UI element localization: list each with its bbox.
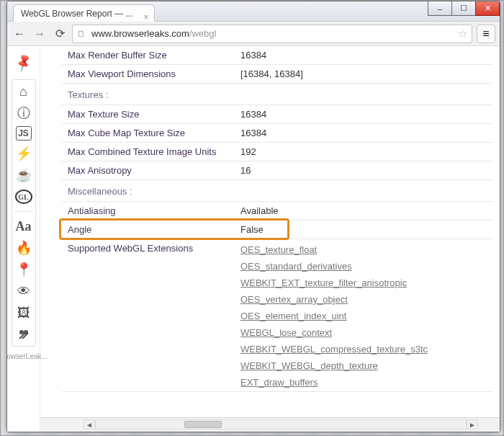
property-value: OES_texture_floatOES_standard_derivative… xyxy=(235,239,492,392)
extension-link[interactable]: OES_texture_float xyxy=(240,244,487,255)
table-row: AntialiasingAvailable xyxy=(62,202,492,221)
horizontal-scrollbar[interactable]: ◄ ► xyxy=(84,419,478,430)
java-icon[interactable]: ☕ xyxy=(14,166,34,184)
image-icon[interactable]: 🖼 xyxy=(14,304,34,321)
extension-link[interactable]: EXT_draw_buffers xyxy=(240,377,487,388)
report-table: Max Render Buffer Size16384Max Viewport … xyxy=(62,46,492,392)
browser-menu-button[interactable]: ≡ xyxy=(477,25,495,43)
browser-tab[interactable]: WebGL Browser Report — ... × xyxy=(13,4,155,22)
status-bar: ◄ ► xyxy=(40,417,500,432)
property-value: [16384, 16384] xyxy=(235,65,492,84)
table-row: Max Viewport Dimensions[16384, 16384] xyxy=(62,65,492,84)
address-bar[interactable]: 🗋 www.browserleaks.com/webgl ☆ xyxy=(72,25,472,43)
tab-title: WebGL Browser Report — ... xyxy=(21,9,132,19)
browser-toolbar: ← → ⟳ 🗋 www.browserleaks.com/webgl ☆ ≡ xyxy=(7,22,500,46)
extension-link[interactable]: OES_element_index_uint xyxy=(240,311,487,321)
page-icon: 🗋 xyxy=(77,29,87,39)
section-header: Textures : xyxy=(62,84,492,105)
reload-button[interactable]: ⟳ xyxy=(52,26,68,42)
table-row: Max Cube Map Texture Size16384 xyxy=(62,124,492,143)
property-value: 192 xyxy=(235,143,492,161)
extension-link[interactable]: WEBKIT_EXT_texture_filter_anisotropic xyxy=(240,277,487,288)
table-row: Max Combined Texture Image Units192 xyxy=(62,143,492,161)
table-row: Max Anisotropy16 xyxy=(62,161,492,180)
svg-point-1 xyxy=(20,331,23,334)
location-icon[interactable]: 📍 xyxy=(14,261,34,278)
table-row: Max Render Buffer Size16384 xyxy=(62,46,492,65)
tools-icon[interactable] xyxy=(14,326,34,343)
property-name: Max Combined Texture Image Units xyxy=(62,143,235,161)
fonts-icon[interactable]: Aa xyxy=(14,218,34,235)
scroll-track[interactable] xyxy=(95,419,467,430)
table-row: AngleFalse xyxy=(62,221,492,239)
table-row: Max Texture Size16384 xyxy=(62,105,492,124)
extension-link[interactable]: OES_standard_derivatives xyxy=(240,261,487,272)
flash-icon[interactable]: ⚡ xyxy=(14,145,34,162)
table-row: Supported WebGL ExtensionsOES_texture_fl… xyxy=(62,239,492,392)
webgl-icon[interactable]: GL xyxy=(14,188,34,205)
scroll-right-arrow[interactable]: ► xyxy=(467,419,478,430)
extension-link[interactable]: WEBKIT_WEBGL_compressed_texture_s3tc xyxy=(240,344,487,355)
home-icon[interactable]: ⌂ xyxy=(14,83,34,100)
property-name: Max Viewport Dimensions xyxy=(62,65,235,84)
titlebar: WebGL Browser Report — ... × – ☐ ✕ xyxy=(7,1,500,22)
back-button[interactable]: ← xyxy=(12,26,27,42)
property-name: Antialiasing xyxy=(62,202,235,221)
section-header: Miscellaneous : xyxy=(62,180,492,202)
eye-icon[interactable]: 👁 xyxy=(14,282,34,300)
scroll-thumb[interactable] xyxy=(184,421,221,428)
extension-link[interactable]: OES_vertex_array_object xyxy=(240,294,487,305)
table-row: Textures : xyxy=(62,84,492,105)
info-icon[interactable]: ⓘ xyxy=(14,104,34,122)
svg-point-0 xyxy=(24,331,27,334)
fire-icon[interactable]: 🔥 xyxy=(14,239,34,257)
property-name: Max Render Buffer Size xyxy=(62,46,235,65)
pin-icon[interactable]: 📌 xyxy=(12,52,34,74)
report-area: Max Render Buffer Size16384Max Viewport … xyxy=(40,46,500,432)
window-maximize-button[interactable]: ☐ xyxy=(451,1,476,16)
property-name: Max Cube Map Texture Size xyxy=(62,124,235,143)
javascript-icon[interactable]: JS xyxy=(16,126,32,141)
property-value: 16384 xyxy=(235,124,492,143)
property-value: 16384 xyxy=(235,105,492,124)
forward-button[interactable]: → xyxy=(32,26,48,42)
property-value: 16 xyxy=(235,161,492,180)
property-value: Available xyxy=(235,202,492,221)
window-close-button[interactable]: ✕ xyxy=(475,1,500,16)
extension-link[interactable]: WEBKIT_WEBGL_depth_texture xyxy=(240,360,487,371)
site-sidebar: 📌 ⌂ⓘJS⚡☕GLAa🔥📍👁🖼 BrowserLeak... xyxy=(7,46,40,432)
tab-close-icon[interactable]: × xyxy=(143,9,148,22)
scroll-left-arrow[interactable]: ◄ xyxy=(84,419,95,430)
property-name: Angle xyxy=(62,221,235,239)
property-name: Max Texture Size xyxy=(62,105,235,124)
extension-link[interactable]: WEBGL_lose_context xyxy=(240,327,487,338)
property-value: 16384 xyxy=(235,46,492,65)
window-minimize-button[interactable]: – xyxy=(428,1,452,16)
property-name: Max Anisotropy xyxy=(62,161,235,180)
property-value: False xyxy=(235,221,492,239)
bookmark-star-icon[interactable]: ☆ xyxy=(458,27,467,40)
browser-window: WebGL Browser Report — ... × – ☐ ✕ ← → ⟳… xyxy=(6,1,500,432)
url-text: www.browserleaks.com/webgl xyxy=(91,28,216,39)
property-name: Supported WebGL Extensions xyxy=(62,239,235,392)
table-row: Miscellaneous : xyxy=(62,180,492,202)
